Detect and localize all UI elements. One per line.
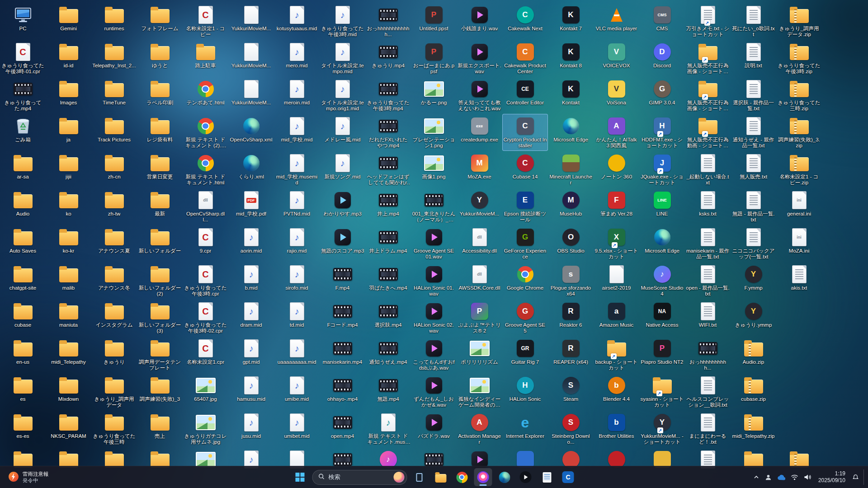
desktop-icon[interactable]: 画像1.png <box>411 151 457 188</box>
desktop-icon[interactable]: 井上.mp4 <box>365 188 411 225</box>
desktop-icon[interactable]: 調声練習(失敗)_3 <box>137 373 183 410</box>
desktop-icon[interactable]: MMuseHub <box>548 188 594 225</box>
desktop-icon[interactable]: 65407.jpg <box>183 373 228 410</box>
desktop-icon[interactable]: ポリリリリズム <box>457 336 502 373</box>
desktop-icon[interactable]: PDFmid_学校.pdf <box>228 188 274 225</box>
desktop-icon[interactable]: きゅうり食ってた午後三時 <box>91 410 137 447</box>
desktop-icon[interactable]: 井上ドラム.mp4 <box>365 225 411 262</box>
desktop-icon[interactable]: きゅうり_調声用データ.zip <box>776 3 822 40</box>
desktop-icon[interactable]: HALion Sonic 02.wav <box>411 299 457 336</box>
taskbar-app-notepad[interactable] <box>538 468 556 486</box>
desktop-icon[interactable]: ko <box>46 188 91 225</box>
desktop-icon[interactable]: SSteinberg Downlo... <box>548 410 594 447</box>
desktop-icon[interactable]: ♪jusu.mid <box>228 410 274 447</box>
desktop-icon[interactable]: sPlogue sforzando x64 <box>548 262 594 299</box>
desktop-icon[interactable]: ♪新規 テキスト ドキュメント.musicxml <box>365 410 411 447</box>
desktop-icon[interactable]: runtimes <box>91 3 137 40</box>
desktop-icon[interactable]: Aかんたん！AITalk 3 関西風 <box>594 114 639 151</box>
desktop-icon[interactable]: _起動しない場合.txt <box>685 151 731 188</box>
desktop-icon[interactable]: ♪td.mid <box>274 299 320 336</box>
desktop-icon[interactable]: OpenCvSharp.xml <box>228 114 274 151</box>
desktop-icon[interactable]: open.mp4 <box>320 410 365 447</box>
desktop-icon[interactable]: cubase.zip <box>731 373 776 410</box>
desktop-icon[interactable]: まにまにわーるど！.txt <box>685 410 731 447</box>
desktop-icon[interactable]: ♪hamusu.mid <box>228 373 274 410</box>
taskbar-clock[interactable]: 1:19 2025/09/10 <box>815 470 849 484</box>
desktop-icon[interactable]: インスタグラム <box>91 299 137 336</box>
desktop-icon[interactable]: ♪rajio.mid <box>274 225 320 262</box>
desktop-icon[interactable]: EEpson 接続診断ツール <box>502 188 548 225</box>
desktop-icon[interactable]: 営業日変更 <box>137 151 183 188</box>
desktop-icon[interactable]: Cきゅうり食ってた午後3時-01.cpr <box>0 40 46 77</box>
desktop-icon[interactable]: ♪メドレー風.mid <box>320 114 365 151</box>
desktop-icon[interactable]: GRGuitar Rig 7 <box>502 336 548 373</box>
desktop-icon[interactable]: ヘッドフォンはずしてても聞かれr.mp4 <box>365 151 411 188</box>
desktop-icon[interactable]: ♪タイトル未設定.tempo.mid <box>320 40 365 77</box>
taskbar-app-chrome[interactable] <box>453 468 471 486</box>
desktop-icon[interactable]: chatgpt-site <box>0 262 46 299</box>
desktop-icon[interactable]: Microsoft Edge <box>548 114 594 151</box>
desktop-icon[interactable]: わかりやす.mp3 <box>320 188 365 225</box>
desktop-icon[interactable]: ja <box>46 114 91 151</box>
taskbar-search[interactable]: 検索 <box>312 470 407 485</box>
desktop-icon[interactable]: レジ袋有料 <box>137 114 183 151</box>
desktop-icon[interactable]: GGeForce Experience <box>502 225 548 262</box>
desktop-icon[interactable]: Audio <box>0 188 46 225</box>
desktop-icon[interactable]: CCakewalk Product Center <box>502 40 548 77</box>
desktop-icon[interactable]: ♪PVTNd.mid <box>274 188 320 225</box>
desktop-icon[interactable]: VVOICEVOX <box>594 40 639 77</box>
tray-volume-button[interactable] <box>802 469 814 485</box>
desktop-icon[interactable]: F.mp4 <box>320 262 365 299</box>
desktop-icon[interactable]: midi_Telepathy <box>46 336 91 373</box>
desktop-icon[interactable]: PC <box>0 3 46 40</box>
desktop-icon[interactable]: dllAWSSDK.Core.dll <box>457 262 502 299</box>
desktop-icon[interactable]: ずんだもん_しおかぜ&.wav <box>411 373 457 410</box>
desktop-icon[interactable]: きゅうり_調声用データ <box>91 373 137 410</box>
desktop-icon[interactable]: CCubase 14 <box>502 151 548 188</box>
tray-onedrive-button[interactable] <box>775 469 788 485</box>
desktop-icon[interactable]: Cきゅうり食ってた午後3時-02.cpr <box>183 299 228 336</box>
desktop-icon[interactable]: MMoZA.exe <box>457 151 502 188</box>
desktop-icon[interactable]: ♪MuseScore Studio 4 <box>639 262 685 299</box>
desktop-icon[interactable]: くらり.xml <box>228 151 274 188</box>
desktop-icon[interactable]: Pぷよぷよ™テトリス® 2 <box>457 299 502 336</box>
desktop-icon[interactable]: かるー.png <box>411 77 457 114</box>
desktop-icon[interactable]: Audio.zip <box>731 336 776 373</box>
desktop-icon[interactable]: ♪sirofo.mid <box>274 262 320 299</box>
desktop-icon[interactable]: F筆まめ Ver.28 <box>594 188 639 225</box>
desktop-icon[interactable]: 説明.txt <box>731 40 776 77</box>
desktop-icon[interactable]: midi_Telepathy.zip <box>731 410 776 447</box>
desktop-icon[interactable]: 新規エクスポート.wav <box>457 40 502 77</box>
desktop-icon[interactable]: KKontakt 7 <box>548 3 594 40</box>
desktop-icon[interactable]: iniMoZA.ini <box>776 225 822 262</box>
desktop-icon[interactable]: manisekarin - 親作品一覧.txt <box>685 225 731 262</box>
desktop-icon[interactable]: パズドラ.wav <box>411 410 457 447</box>
desktop-icon[interactable]: きゅうり <box>91 336 137 373</box>
desktop-icon[interactable]: LINELINE <box>639 188 685 225</box>
desktop-icon[interactable]: KKontakt 8 <box>548 40 594 77</box>
desktop-icon[interactable]: プレゼンテーション1.png <box>411 114 457 151</box>
desktop-icon[interactable]: airset2-2019 <box>594 262 639 299</box>
desktop-icon[interactable]: ♪umibe.mid <box>274 373 320 410</box>
desktop-icon[interactable]: 選択肢 - 親作品一覧.txt <box>731 77 776 114</box>
desktop-icon[interactable]: HHALion Sonic <box>502 373 548 410</box>
desktop-icon[interactable]: cubase <box>0 299 46 336</box>
desktop-icon[interactable]: NKSC_PARAM <box>46 410 91 447</box>
desktop-icon[interactable]: 死にたい_o歌詞.txt <box>731 3 776 40</box>
desktop-icon[interactable]: 最新 <box>137 188 183 225</box>
desktop-icon[interactable]: C名称未設定1.cpr <box>183 336 228 373</box>
desktop-icon[interactable]: bBrother Utilities <box>594 410 639 447</box>
desktop-icon[interactable]: CCrypton Product Installer <box>502 114 548 151</box>
desktop-icon[interactable]: zh-tw <box>91 188 137 225</box>
desktop-icon[interactable]: 路上駐車 <box>183 40 228 77</box>
desktop-icon[interactable]: ksks.txt <box>685 188 731 225</box>
desktop-icon[interactable]: open - 親作品一覧.txt <box>685 262 731 299</box>
desktop-icon[interactable]: YukkuriMovieM... <box>228 77 274 114</box>
desktop-icon[interactable]: ↗syasinn - ショートカット <box>639 373 685 410</box>
desktop-icon[interactable]: Images <box>46 77 91 114</box>
desktop-icon[interactable]: H↗HDDFMT.exe - ショートカット <box>639 114 685 151</box>
tray-chevron-up-button[interactable] <box>751 469 762 485</box>
desktop-icon[interactable]: ♪gpt.mid <box>228 336 274 373</box>
desktop-icon[interactable]: ノートン 360 <box>594 151 639 188</box>
desktop-icon[interactable]: きゅうり食ってた午後3時.mp4 <box>365 77 411 114</box>
